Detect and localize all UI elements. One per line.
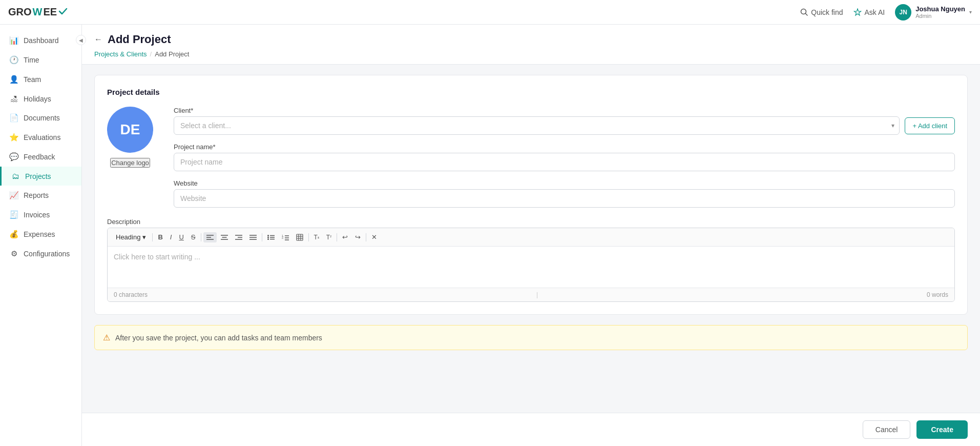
toolbar-align-right-button[interactable] bbox=[232, 232, 245, 242]
sidebar-item-documents[interactable]: 📄 Documents bbox=[0, 108, 81, 128]
toolbar-align-center-button[interactable] bbox=[218, 232, 231, 242]
project-logo: DE bbox=[107, 107, 153, 153]
warning-banner: ⚠ After you save the project, you can ad… bbox=[94, 325, 968, 350]
add-client-button[interactable]: + Add client bbox=[905, 117, 955, 134]
toolbar-ordered-list-button[interactable]: 1. 2. bbox=[279, 232, 292, 242]
toolbar-underline-button[interactable]: U bbox=[176, 231, 186, 243]
sidebar-label-time: Time bbox=[24, 56, 39, 64]
justify-icon bbox=[249, 234, 257, 240]
align-right-icon bbox=[235, 234, 242, 240]
toolbar-superscript-button[interactable]: T² bbox=[323, 232, 335, 243]
sidebar-item-invoices[interactable]: 🧾 Invoices bbox=[0, 205, 81, 225]
project-details-section: Project details DE Change logo Client* bbox=[94, 75, 968, 315]
sidebar-toggle-button[interactable]: ◀ bbox=[76, 35, 86, 45]
word-count: 0 words bbox=[927, 291, 948, 298]
editor-footer: 0 characters | 0 words bbox=[108, 288, 954, 301]
website-field-group: Website bbox=[174, 179, 955, 208]
ordered-list-icon: 1. 2. bbox=[282, 234, 289, 240]
back-button[interactable]: ← bbox=[94, 35, 102, 44]
warning-icon: ⚠ bbox=[103, 333, 110, 342]
page-header: ← Add Project Projects & Clients / Add P… bbox=[82, 25, 980, 65]
editor-placeholder: Click here to start writing ... bbox=[114, 253, 200, 261]
char-count: 0 characters bbox=[114, 291, 148, 298]
toolbar-strikethrough-button[interactable]: S bbox=[188, 231, 199, 243]
sidebar: 📊 Dashboard 🕐 Time 👤 Team 🏖 Holidays 📄 D… bbox=[0, 25, 82, 446]
svg-point-16 bbox=[267, 238, 269, 240]
sidebar-item-feedback[interactable]: 💬 Feedback bbox=[0, 147, 81, 167]
toolbar-italic-button[interactable]: I bbox=[167, 231, 175, 243]
quick-find-button[interactable]: Quick find bbox=[800, 8, 843, 16]
website-input[interactable] bbox=[174, 189, 955, 208]
toolbar-table-button[interactable] bbox=[293, 232, 306, 243]
editor-content[interactable]: Click here to start writing ... bbox=[108, 247, 954, 288]
sidebar-item-expenses[interactable]: 💰 Expenses bbox=[0, 225, 81, 244]
sidebar-label-configurations: Configurations bbox=[24, 250, 70, 258]
logo-w: W bbox=[33, 6, 43, 18]
evaluations-icon: ⭐ bbox=[9, 133, 18, 142]
toolbar-clear-button[interactable]: ✕ bbox=[368, 231, 380, 243]
logo-check-icon bbox=[58, 8, 68, 15]
footer-action-bar: Cancel Create bbox=[82, 413, 980, 446]
table-icon bbox=[296, 234, 303, 241]
toolbar-subscript-button[interactable]: T₂ bbox=[311, 232, 322, 243]
sidebar-label-evaluations: Evaluations bbox=[24, 133, 60, 141]
holidays-icon: 🏖 bbox=[9, 94, 18, 103]
sidebar-label-projects: Projects bbox=[25, 172, 51, 180]
reports-icon: 📈 bbox=[9, 191, 18, 200]
toolbar-bullet-list-button[interactable] bbox=[264, 232, 278, 242]
toolbar-redo-button[interactable]: ↪ bbox=[352, 231, 364, 243]
toolbar-bold-button[interactable]: B bbox=[155, 231, 165, 243]
client-row: Select a client... + Add client bbox=[174, 116, 955, 135]
sidebar-label-dashboard: Dashboard bbox=[24, 36, 59, 45]
sidebar-item-evaluations[interactable]: ⭐ Evaluations bbox=[0, 128, 81, 147]
toolbar-justify-button[interactable] bbox=[246, 232, 260, 242]
breadcrumb-parent[interactable]: Projects & Clients bbox=[94, 50, 147, 58]
change-logo-button[interactable]: Change logo bbox=[110, 158, 150, 168]
sidebar-item-dashboard[interactable]: 📊 Dashboard bbox=[0, 31, 81, 50]
align-center-icon bbox=[221, 234, 228, 240]
configurations-icon: ⚙ bbox=[9, 249, 18, 258]
project-name-input[interactable] bbox=[174, 153, 955, 171]
svg-line-1 bbox=[806, 14, 808, 16]
ai-icon bbox=[853, 8, 862, 16]
sidebar-item-projects[interactable]: 🗂 Projects bbox=[0, 167, 81, 186]
sidebar-label-expenses: Expenses bbox=[24, 230, 55, 238]
breadcrumb-current: Add Project bbox=[155, 50, 189, 58]
ask-ai-button[interactable]: Ask AI bbox=[853, 8, 885, 16]
create-button[interactable]: Create bbox=[916, 420, 968, 439]
avatar: JN bbox=[895, 4, 911, 21]
heading-dropdown[interactable]: Heading ▾ bbox=[112, 231, 150, 243]
page-title: Add Project bbox=[108, 33, 171, 46]
toolbar-align-left-button[interactable] bbox=[203, 232, 217, 242]
svg-point-14 bbox=[267, 235, 269, 236]
breadcrumb: Projects & Clients / Add Project bbox=[94, 50, 968, 64]
toolbar-separator-6 bbox=[366, 233, 366, 241]
logo-ee: EE bbox=[43, 6, 57, 18]
sidebar-item-time[interactable]: 🕐 Time bbox=[0, 50, 81, 70]
sidebar-label-reports: Reports bbox=[24, 191, 49, 199]
sidebar-item-holidays[interactable]: 🏖 Holidays bbox=[0, 89, 81, 108]
client-label: Client* bbox=[174, 107, 955, 114]
ask-ai-label: Ask AI bbox=[865, 8, 885, 16]
sidebar-item-reports[interactable]: 📈 Reports bbox=[0, 186, 81, 205]
sidebar-item-team[interactable]: 👤 Team bbox=[0, 70, 81, 89]
logo-gro: GRO bbox=[8, 6, 32, 18]
editor-wrapper: Heading ▾ B I U S bbox=[107, 228, 955, 302]
user-menu-chevron-icon: ▾ bbox=[969, 9, 972, 15]
client-select[interactable]: Select a client... bbox=[174, 116, 900, 135]
cancel-button[interactable]: Cancel bbox=[863, 420, 911, 439]
app-body: ◀ 📊 Dashboard 🕐 Time 👤 Team 🏖 Holidays 📄… bbox=[0, 25, 980, 446]
toolbar-undo-button[interactable]: ↩ bbox=[339, 231, 351, 243]
logo-section: DE Change logo bbox=[107, 107, 153, 208]
dashboard-icon: 📊 bbox=[9, 36, 18, 45]
user-menu[interactable]: JN Joshua Nguyen Admin ▾ bbox=[895, 4, 972, 21]
toolbar-separator-2 bbox=[201, 233, 201, 241]
main-content: ← Add Project Projects & Clients / Add P… bbox=[82, 25, 980, 446]
search-icon bbox=[800, 8, 808, 16]
client-field-group: Client* Select a client... + Add client bbox=[174, 107, 955, 135]
editor-footer-divider: | bbox=[536, 291, 538, 298]
sidebar-item-configurations[interactable]: ⚙ Configurations bbox=[0, 244, 81, 263]
description-label: Description bbox=[107, 218, 955, 226]
toolbar-separator-4 bbox=[308, 233, 309, 241]
bullet-list-icon bbox=[267, 234, 275, 240]
